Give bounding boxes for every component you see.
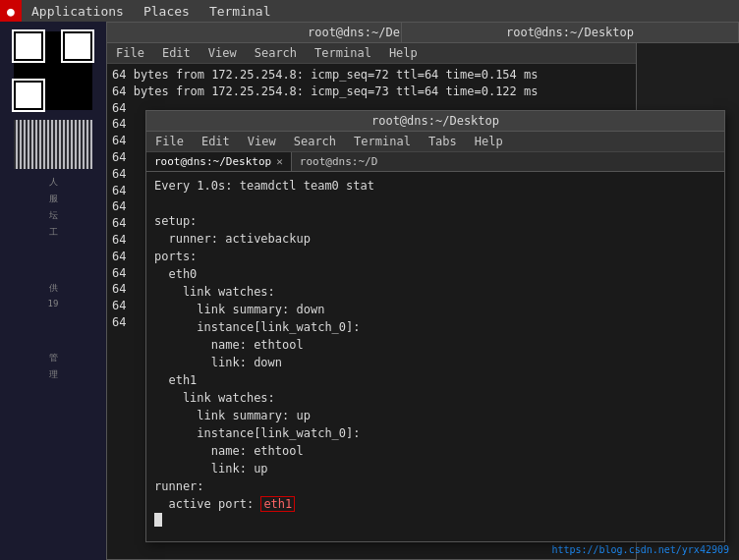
fg-menu-search[interactable]: Search — [290, 134, 340, 149]
tab-2-label: root@dns:~/D — [300, 155, 377, 168]
fg-menu-tabs[interactable]: Tabs — [425, 134, 461, 149]
content-runner: runner: activebackup — [154, 230, 716, 248]
footer-url: https://blog.csdn.net/yrx42909 — [551, 544, 729, 555]
content-eth0-lw: link watches: — [154, 283, 716, 301]
sidebar-text-5: 供 — [49, 282, 58, 295]
fg-terminal-titlebar-area: root@dns:~/Desktop — [146, 111, 724, 132]
content-eth1-inst: instance[link_watch_0]: — [154, 424, 716, 442]
bg-line-2: 64 bytes from 172.25.254.8: icmp_seq=73 … — [112, 84, 631, 100]
fg-menu-help[interactable]: Help — [471, 134, 507, 149]
tab-1[interactable]: root@dns:~/Desktop ✕ — [146, 152, 292, 171]
content-ports: ports: — [154, 248, 716, 265]
terminal-foreground-window[interactable]: root@dns:~/Desktop File Edit View Search… — [145, 110, 725, 542]
bg-menu-terminal[interactable]: Terminal — [311, 45, 375, 61]
active-port-value: eth1 — [260, 496, 295, 512]
sidebar-text-2: 服 — [49, 193, 58, 205]
bg-menu-view[interactable]: View — [204, 45, 241, 61]
tab-bar: root@dns:~/Desktop ✕ root@dns:~/D — [146, 152, 724, 172]
sidebar: 人 服 坛 工 供 19 管 理 — [0, 22, 106, 560]
bg-menu-help[interactable]: Help — [385, 45, 422, 61]
sidebar-barcode — [14, 120, 92, 169]
content-eth1: eth1 — [154, 371, 716, 389]
bg-menu-edit[interactable]: Edit — [158, 45, 195, 61]
desktop: root@dns:~/Desktop File Edit View Search… — [106, 22, 739, 560]
fg-menu-terminal[interactable]: Terminal — [350, 134, 415, 149]
fg-terminal-title: root@dns:~/Desktop — [146, 111, 724, 131]
sidebar-text-1: 人 — [49, 176, 58, 189]
prompt-cursor — [154, 513, 162, 527]
bg-terminal-2-titlebar: root@dns:~/Desktop — [401, 22, 739, 43]
prompt-line — [154, 513, 716, 527]
fg-menu-edit[interactable]: Edit — [198, 134, 234, 149]
content-empty — [154, 195, 716, 212]
taskbar: ● Applications Places Terminal — [0, 0, 739, 22]
tab-2[interactable]: root@dns:~/D — [292, 152, 385, 171]
fg-menu-file[interactable]: File — [151, 134, 188, 149]
tab-1-label: root@dns:~/Desktop — [154, 155, 271, 168]
taskbar-places[interactable]: Places — [134, 0, 199, 22]
content-active-port-line: active port: eth1 — [154, 495, 716, 513]
content-eth1-ls: link summary: up — [154, 407, 716, 424]
bg-menu-search[interactable]: Search — [251, 45, 301, 61]
content-eth0: eth0 — [154, 265, 716, 283]
content-eth0-ls: link summary: down — [154, 301, 716, 318]
fg-terminal-content: Every 1.0s: teamdctl team0 stat setup: r… — [146, 172, 724, 541]
sidebar-text-4: 工 — [49, 226, 58, 239]
content-eth0-name: name: ethtool — [154, 336, 716, 354]
bg-line-1: 64 bytes from 172.25.254.8: icmp_seq=72 … — [112, 67, 631, 84]
sidebar-text-8: 理 — [49, 368, 58, 381]
sidebar-text-6: 19 — [48, 299, 59, 308]
content-eth0-link: link: down — [154, 354, 716, 371]
content-eth0-inst: instance[link_watch_0]: — [154, 318, 716, 336]
fg-terminal-menubar: File Edit View Search Terminal Tabs Help — [146, 132, 724, 152]
sidebar-qr — [14, 31, 92, 110]
content-eth1-lw: link watches: — [154, 389, 716, 407]
sidebar-text-3: 坛 — [49, 209, 58, 222]
fg-menu-view[interactable]: View — [244, 134, 280, 149]
bg-menu-file[interactable]: File — [112, 45, 148, 61]
bg-terminal-menubar: File Edit View Search Terminal Help — [107, 43, 636, 64]
sidebar-text-7: 管 — [49, 352, 58, 364]
taskbar-applications[interactable]: Applications — [22, 0, 134, 22]
content-eth1-name: name: ethtool — [154, 442, 716, 460]
watch-line: Every 1.0s: teamdctl team0 stat — [154, 177, 716, 195]
content-eth1-link: link: up — [154, 460, 716, 477]
tab-1-close[interactable]: ✕ — [276, 156, 283, 167]
taskbar-logo: ● — [0, 0, 22, 22]
content-setup: setup: — [154, 212, 716, 230]
taskbar-terminal[interactable]: Terminal — [199, 0, 281, 22]
content-runner-section: runner: — [154, 477, 716, 495]
